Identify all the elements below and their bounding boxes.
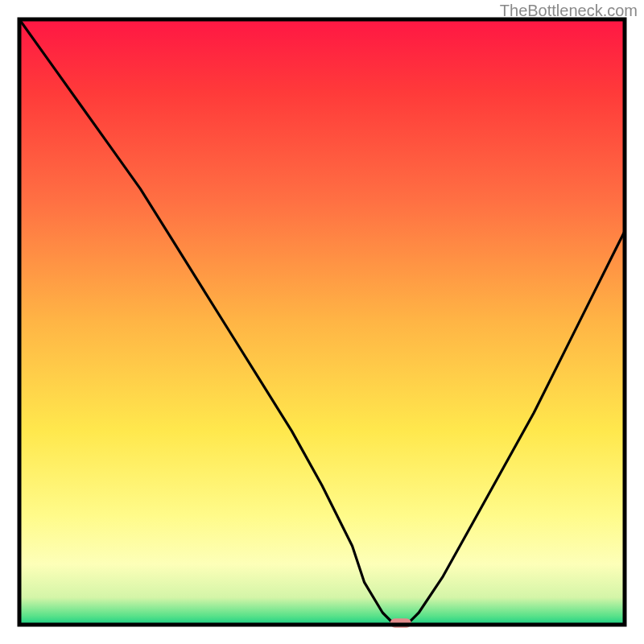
plot-background (19, 19, 625, 625)
bottleneck-chart (0, 0, 644, 644)
watermark-text: TheBottleneck.com (500, 2, 638, 20)
chart-container: TheBottleneck.com (0, 0, 644, 644)
